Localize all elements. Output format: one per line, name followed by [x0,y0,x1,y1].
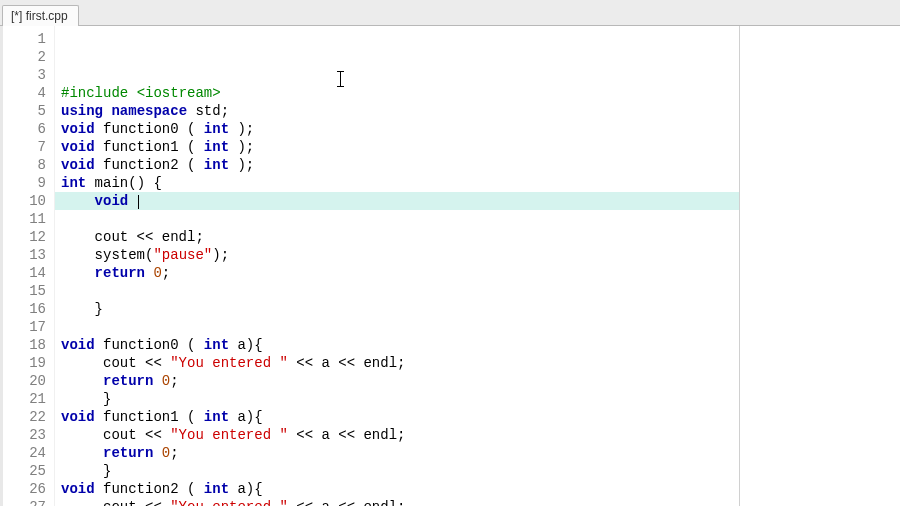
code-line[interactable]: } [61,462,739,480]
text-token: cout << endl; [61,229,204,245]
line-number: 23 [3,426,46,444]
code-line[interactable]: void [55,192,739,210]
line-number: 8 [3,156,46,174]
kw-token: void [61,121,95,137]
line-number: 2 [3,48,46,66]
line-number: 7 [3,138,46,156]
code-line[interactable]: return 0; [61,444,739,462]
text-token: << a << endl; [288,355,406,371]
text-token: function0 ( [95,121,204,137]
text-token: ; [170,445,178,461]
code-line[interactable] [61,210,739,228]
kw-token: void [61,409,95,425]
text-token [153,373,161,389]
line-number: 1 [3,30,46,48]
line-number: 22 [3,408,46,426]
num-token: 0 [162,445,170,461]
text-token: ; [162,265,170,281]
kw-token: int [204,337,229,353]
text-token: ); [212,247,229,263]
code-line[interactable] [61,282,739,300]
line-number: 21 [3,390,46,408]
text-token: << a << endl; [288,427,406,443]
str-token: "pause" [153,247,212,263]
kw-token: int [204,157,229,173]
pp-token: <iostream> [137,85,221,101]
code-line[interactable]: system("pause"); [61,246,739,264]
kw-token: int [204,121,229,137]
line-number: 3 [3,66,46,84]
code-line[interactable]: } [61,300,739,318]
line-number: 6 [3,120,46,138]
code-line[interactable]: cout << "You entered " << a << endl; [61,426,739,444]
line-number: 10 [3,192,46,210]
kw-token: int [204,409,229,425]
code-line[interactable]: void function0 ( int a){ [61,336,739,354]
text-token: cout << [61,427,170,443]
right-margin [740,26,900,506]
text-token: a){ [229,409,263,425]
num-token: 0 [153,265,161,281]
text-token: } [61,301,103,317]
code-line[interactable]: cout << endl; [61,228,739,246]
code-line[interactable]: return 0; [61,264,739,282]
text-token [61,265,95,281]
line-number: 27 [3,498,46,506]
code-line[interactable]: } [61,390,739,408]
code-line[interactable]: void function1 ( int ); [61,138,739,156]
kw-token: void [61,139,95,155]
kw-token: return [103,445,153,461]
text-token: function1 ( [95,139,204,155]
text-token: cout << [61,355,170,371]
line-number: 15 [3,282,46,300]
text-token: function0 ( [95,337,204,353]
code-line[interactable] [61,318,739,336]
kw-token: void [95,193,129,209]
kw-token: using [61,103,103,119]
code-line[interactable]: cout << "You entered " << a << endl; [61,354,739,372]
code-line[interactable]: #include <iostream> [61,84,739,102]
code-line[interactable]: void function0 ( int ); [61,120,739,138]
kw-token: int [61,175,86,191]
line-number: 20 [3,372,46,390]
code-line[interactable]: void function2 ( int a){ [61,480,739,498]
code-area[interactable]: #include <iostream>using namespace std;v… [55,26,739,506]
text-token [153,445,161,461]
code-line[interactable]: cout << "You entered " << a << endl; [61,498,739,506]
text-token: function1 ( [95,409,204,425]
text-token: a){ [229,481,263,497]
line-number: 4 [3,84,46,102]
kw-token: return [103,373,153,389]
num-token: 0 [162,373,170,389]
text-token: cout << [61,499,170,506]
line-number: 19 [3,354,46,372]
line-number: 17 [3,318,46,336]
line-number: 18 [3,336,46,354]
kw-token: void [61,157,95,173]
text-token: main() { [86,175,162,191]
str-token: "You entered " [170,427,288,443]
text-token: ; [170,373,178,389]
text-token: std; [187,103,229,119]
kw-token: int [204,139,229,155]
line-gutter: 1234567891011121314151617181920212223242… [3,26,55,506]
kw-token: void [61,337,95,353]
code-line[interactable]: return 0; [61,372,739,390]
file-tab[interactable]: [*] first.cpp [2,5,79,26]
tab-bar: [*] first.cpp [0,0,900,26]
text-token: ); [229,139,254,155]
code-line[interactable]: int main() { [61,174,739,192]
line-number: 24 [3,444,46,462]
code-line[interactable]: void function2 ( int ); [61,156,739,174]
editor: 1234567891011121314151617181920212223242… [0,26,900,506]
code-line[interactable]: using namespace std; [61,102,739,120]
code-line[interactable]: void function1 ( int a){ [61,408,739,426]
kw-token: void [61,481,95,497]
text-token: system( [61,247,153,263]
text-token: ); [229,121,254,137]
text-token: function2 ( [95,157,204,173]
line-number: 5 [3,102,46,120]
str-token: "You entered " [170,355,288,371]
line-number: 9 [3,174,46,192]
text-token [61,193,95,209]
